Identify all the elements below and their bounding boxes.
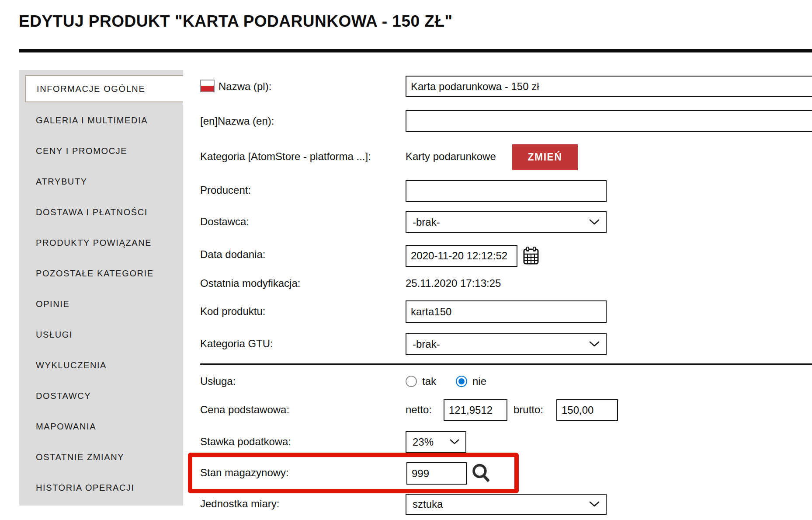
service-radio-tak-label: tak <box>422 375 436 387</box>
name-en-input[interactable] <box>406 110 812 132</box>
name-pl-input[interactable] <box>406 76 812 97</box>
polish-flag-icon <box>200 80 215 92</box>
product-code-input[interactable] <box>406 300 607 323</box>
service-radio-tak[interactable] <box>406 376 417 387</box>
product-code-label: Kod produktu: <box>200 305 265 318</box>
unit-label: Jednostka miary: <box>200 498 279 510</box>
gtu-category-label: Kategoria GTU: <box>200 338 273 350</box>
chevron-down-icon <box>589 219 600 225</box>
section-divider <box>200 363 812 365</box>
sidebar-item-opinie[interactable]: OPINIE <box>19 289 183 319</box>
stock-input[interactable] <box>406 462 467 485</box>
name-pl-label: Nazwa (pl): <box>219 80 271 93</box>
unit-select-value: sztuka <box>413 498 443 510</box>
sidebar: INFORMACJE OGÓLNE GALERIA I MULTIMEDIA C… <box>19 70 183 506</box>
service-radio-nie-label: nie <box>472 375 486 387</box>
sidebar-item-pozostale-kategorie[interactable]: POZOSTAŁE KATEGORIE <box>19 258 183 289</box>
last-modified-label: Ostatnia modyfikacja: <box>200 277 300 290</box>
sidebar-item-galeria-i-multimedia[interactable]: GALERIA I MULTIMEDIA <box>19 105 183 136</box>
brutto-label: brutto: <box>514 404 543 416</box>
tax-rate-select[interactable]: 23% <box>406 431 466 453</box>
search-icon[interactable] <box>471 463 491 484</box>
chevron-down-icon <box>589 501 600 507</box>
sidebar-item-ceny-i-promocje[interactable]: CENY I PROMOCJE <box>19 136 183 166</box>
supplier-select-value: -brak- <box>413 216 440 228</box>
gtu-category-select[interactable]: -brak- <box>406 333 607 355</box>
tax-rate-label: Stawka podatkowa: <box>200 436 291 448</box>
producer-input[interactable] <box>406 180 607 202</box>
tax-select-value: 23% <box>413 436 434 448</box>
netto-label: netto: <box>406 404 432 416</box>
change-category-button[interactable]: ZMIEŃ <box>512 144 578 170</box>
stock-label: Stan magazynowy: <box>200 467 289 479</box>
gtu-select-value: -brak- <box>413 338 440 350</box>
category-label: Kategoria [AtomStore - platforma ...]: <box>200 150 371 163</box>
service-radio-nie[interactable] <box>456 376 467 387</box>
service-label: Usługa: <box>200 375 236 387</box>
last-modified-value: 25.11.2020 17:13:25 <box>406 277 501 290</box>
chevron-down-icon <box>450 439 459 445</box>
sidebar-item-ostatnie-zmiany[interactable]: OSTATNIE ZMIANY <box>19 442 183 472</box>
unit-select[interactable]: sztuka <box>406 494 607 515</box>
calendar-icon[interactable] <box>523 246 539 265</box>
base-price-label: Cena podstawowa: <box>200 404 289 416</box>
page-title: EDYTUJ PRODUKT "KARTA PODARUNKOWA - 150 … <box>19 12 453 31</box>
chevron-down-icon <box>589 341 600 347</box>
sidebar-item-wykluczenia[interactable]: WYKLUCZENIA <box>19 350 183 380</box>
brutto-input[interactable] <box>556 399 618 421</box>
producer-label: Producent: <box>200 184 251 196</box>
sidebar-item-dostawa-i-platnosci[interactable]: DOSTAWA I PŁATNOŚCI <box>19 197 183 227</box>
name-en-label: [en]Nazwa (en): <box>200 115 274 127</box>
sidebar-item-informacje-ogolne[interactable]: INFORMACJE OGÓLNE <box>25 75 183 102</box>
netto-input[interactable] <box>444 399 507 421</box>
sidebar-item-historia-operacji[interactable]: HISTORIA OPERACJI <box>19 472 183 503</box>
supplier-select[interactable]: -brak- <box>406 211 607 233</box>
supplier-label: Dostawca: <box>200 216 249 228</box>
date-added-input[interactable] <box>406 245 517 267</box>
sidebar-item-dostawcy[interactable]: DOSTAWCY <box>19 380 183 411</box>
category-value: Karty podarunkowe <box>406 150 496 163</box>
sidebar-item-mapowania[interactable]: MAPOWANIA <box>19 411 183 442</box>
title-underline <box>19 49 812 52</box>
sidebar-item-produkty-powiazane[interactable]: PRODUKTY POWIĄZANE <box>19 227 183 258</box>
date-added-label: Data dodania: <box>200 248 265 261</box>
sidebar-item-atrybuty[interactable]: ATRYBUTY <box>19 166 183 197</box>
sidebar-item-uslugi[interactable]: USŁUGI <box>19 319 183 350</box>
